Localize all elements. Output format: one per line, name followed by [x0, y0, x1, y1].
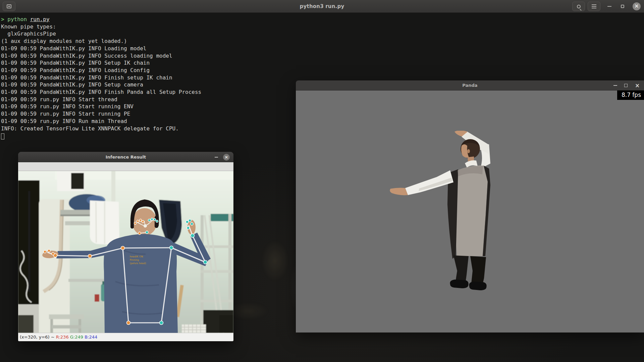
hamburger-menu-icon [592, 6, 596, 7]
prompt-symbol: > [1, 16, 4, 22]
search-icon [577, 5, 581, 8]
inference-close-button[interactable]: × [223, 154, 230, 161]
close-icon: × [223, 154, 230, 161]
maximize-icon [624, 84, 628, 87]
close-icon: × [635, 82, 640, 89]
panda-window-title: Panda [296, 80, 644, 90]
close-icon: × [633, 2, 641, 10]
terminal-log-line: 01-09 00:59 PandaWithIK.py INFO Loading … [1, 67, 644, 74]
maximize-icon [621, 5, 624, 8]
desktop: python3 run.py × > python run.py Known p… [0, 0, 644, 362]
panda-close-button[interactable]: × [633, 82, 641, 89]
webcam-frame: headIK ON Pinning (pelvis head) [18, 171, 233, 333]
character-figure [390, 131, 490, 290]
webcam-photo: headIK ON Pinning (pelvis head) [18, 171, 233, 333]
panda-minimize-button[interactable] [611, 82, 619, 89]
terminal-log-line: 01-09 00:59 PandaWithIK.py INFO Loading … [1, 45, 644, 52]
terminal-log-line: Known pipe types: [1, 23, 644, 31]
minimize-icon [613, 85, 617, 86]
red-value: R:236 [56, 335, 69, 340]
terminal-log-line: 01-09 00:59 PandaWithIK.py INFO Success … [1, 52, 644, 60]
green-value: G:249 [70, 335, 83, 340]
panda-3d-viewport[interactable]: 8.7 fps [296, 90, 644, 333]
terminal-maximize-button[interactable] [618, 2, 628, 11]
terminal-minimize-button[interactable] [604, 2, 614, 11]
terminal-close-button[interactable]: × [632, 2, 642, 11]
panda-maximize-button[interactable] [622, 82, 630, 89]
terminal-window-title: python3 run.py [0, 3, 644, 9]
panda-titlebar[interactable]: Panda × [296, 80, 644, 90]
pixel-readout-statusbar: (x=320, y=6) ~ R:236 G:249 B:244 [18, 333, 233, 341]
inference-titlebar[interactable]: Inference Result × [18, 152, 233, 162]
svg-text:(pelvis head): (pelvis head) [130, 262, 146, 265]
menu-button[interactable] [588, 2, 600, 11]
prompt-argument: run.py [30, 16, 50, 22]
terminal-log-line: glxGraphicsPipe [1, 30, 644, 38]
terminal-log-line: (1 aux display modules not yet loaded.) [1, 38, 644, 45]
svg-text:headIK ON: headIK ON [130, 255, 143, 258]
inference-result-window: Inference Result × [18, 152, 233, 341]
terminal-titlebar[interactable]: python3 run.py × [0, 0, 644, 13]
blue-value: B:244 [85, 335, 97, 340]
prompt-command: python [7, 16, 27, 22]
minimize-icon [607, 6, 611, 7]
panda-window: Panda × 8.7 fps [296, 80, 644, 333]
search-button[interactable] [572, 2, 585, 11]
character-3d-model [386, 131, 493, 292]
inference-minimize-button[interactable] [213, 154, 220, 161]
svg-text:Pinning: Pinning [130, 258, 139, 261]
terminal-log-line: 01-09 00:59 PandaWithIK.py INFO Setup IK… [1, 59, 644, 67]
cursor-coordinates: (x=320, y=6) ~ [20, 335, 56, 340]
inference-toolbar-strip [18, 162, 233, 171]
terminal-cursor [1, 133, 4, 139]
fps-counter: 8.7 fps [617, 90, 644, 100]
terminal-prompt-line: > python run.py [1, 16, 644, 23]
inference-window-title: Inference Result [18, 152, 233, 162]
minimize-icon [215, 157, 218, 158]
